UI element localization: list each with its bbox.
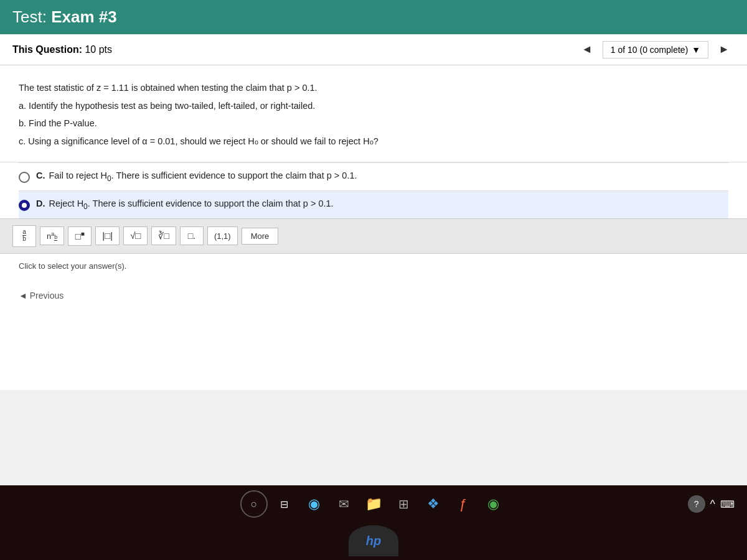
more-button[interactable]: More — [242, 228, 279, 245]
prev-question-button[interactable]: ◄ — [576, 40, 598, 58]
answer-options: C. Fail to reject H0. There is sufficien… — [0, 162, 747, 218]
question-body: The test statistic of z = 1.11 is obtain… — [0, 65, 747, 162]
question-dropdown[interactable]: 1 of 10 (0 complete) ▼ — [603, 41, 708, 58]
keyboard-icon[interactable]: ⌨ — [720, 498, 735, 510]
taskbar-icons-row: ○ ⊟ ◉ ✉ 📁 ⊞ ❖ ƒ ◉ — [0, 485, 747, 523]
chrome-icon[interactable]: ◉ — [479, 490, 507, 518]
page-title: Test: Exam #3 — [12, 7, 117, 27]
question-bar: This Question: 10 pts ◄ 1 of 10 (0 compl… — [0, 34, 747, 65]
start-button[interactable]: ○ — [240, 490, 268, 518]
help-icon[interactable]: ? — [688, 495, 705, 513]
cube-root-button[interactable]: ∛□ — [151, 226, 176, 245]
radio-d[interactable] — [19, 200, 30, 211]
click-instruction: Click to select your answer(s). — [0, 254, 747, 278]
chevron-up-icon[interactable]: ^ — [710, 498, 715, 511]
answer-option-c[interactable]: C. Fail to reject H0. There is sufficien… — [19, 162, 728, 190]
mail-icon[interactable]: ✉ — [330, 490, 357, 518]
answer-option-d[interactable]: D. Reject H0. There is sufficient eviden… — [19, 190, 728, 218]
fraction-button[interactable]: a b — [12, 225, 36, 247]
decimal-button[interactable]: □. — [180, 226, 204, 245]
app-icon-2[interactable]: ƒ — [449, 490, 477, 518]
question-text: The test statistic of z = 1.11 is obtain… — [19, 80, 728, 149]
next-question-button[interactable]: ► — [713, 40, 735, 58]
interval-button[interactable]: (1,1) — [207, 226, 238, 245]
hp-logo: hp — [366, 534, 381, 548]
absolute-value-button[interactable]: |□| — [95, 226, 120, 245]
sqrt-button[interactable]: √□ — [123, 226, 148, 245]
bottom-area: ◄ Previous — [0, 278, 747, 390]
app-icon-1[interactable]: ⊞ — [390, 490, 417, 518]
file-explorer-icon[interactable]: 📁 — [360, 490, 387, 518]
edge-browser-icon[interactable]: ◉ — [300, 490, 327, 518]
superscript-button[interactable]: □■ — [68, 226, 92, 246]
hp-logo-area: hp — [349, 525, 398, 556]
mixed-number-button[interactable]: nab — [40, 226, 64, 245]
question-points: This Question: 10 pts — [12, 44, 112, 55]
radio-c[interactable] — [19, 172, 30, 183]
taskbar: ○ ⊟ ◉ ✉ 📁 ⊞ ❖ ƒ ◉ — [0, 485, 747, 560]
dropbox-icon[interactable]: ❖ — [420, 490, 447, 518]
header-bar: Test: Exam #3 — [0, 0, 747, 34]
task-view-icon[interactable]: ⊟ — [270, 490, 298, 518]
math-toolbar: a b nab □■ |□| √□ ∛□ □. (1,1) More — [0, 218, 747, 254]
question-navigation: ◄ 1 of 10 (0 complete) ▼ ► — [576, 40, 735, 58]
taskbar-right-area: ? ^ ⌨ — [688, 495, 735, 513]
previous-button[interactable]: ◄ Previous — [19, 291, 63, 301]
